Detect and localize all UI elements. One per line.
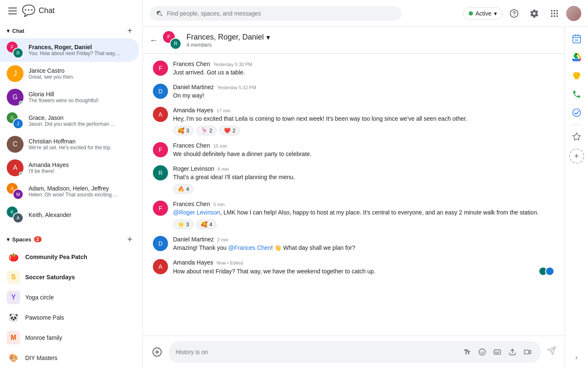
seen-avatars — [541, 267, 554, 276]
upload-button[interactable] — [506, 345, 519, 359]
chat-item-frances-roger-daniel[interactable]: F R Frances, Roger, Daniel You: How abou… — [0, 38, 139, 62]
reaction-btn[interactable]: ⭐ 3 — [173, 220, 194, 229]
reaction-btn[interactable]: ❤️ 2 — [219, 126, 240, 135]
message-header: Roger Levinson 8 min — [173, 165, 554, 172]
star-button[interactable] — [568, 128, 585, 145]
spaces-section-toggle[interactable]: ▾ Spaces 2 — [7, 236, 42, 243]
reaction-btn[interactable]: 🥰 3 — [173, 126, 194, 135]
last-message-row: How about next Friday? That way, we have… — [173, 267, 554, 276]
online-indicator — [19, 101, 23, 105]
message-time: 17 min — [217, 108, 231, 113]
chat-header-name[interactable]: Frances, Roger, Daniel ▾ — [186, 33, 558, 42]
search-bar[interactable] — [150, 6, 402, 21]
add-app-button[interactable]: + — [569, 148, 584, 164]
message-text: We should definitely have a dinner party… — [173, 150, 554, 159]
message-time: Yesterday 5:30 PM — [213, 62, 252, 67]
space-item-monroe-family[interactable]: M Monroe family — [0, 328, 139, 348]
avatar-madison: M — [13, 189, 24, 200]
svg-rect-7 — [556, 13, 558, 14]
chat-item-grace-jason[interactable]: G J Grace, Jason Jason: Did you watch th… — [0, 109, 139, 132]
status-button[interactable]: Active ▾ — [463, 7, 502, 20]
chat-item-keith-alexander[interactable]: K A Keith, Alexander — [0, 203, 139, 227]
chat-item-gloria-hill[interactable]: G Gloria Hill The flowers were so though… — [0, 85, 139, 109]
message-time: 8 min — [218, 167, 229, 172]
chat-info: Christian Hoffman We're all set. He's ex… — [29, 138, 132, 151]
chat-preview: You: How about next Friday? That way,... — [29, 50, 132, 56]
chat-item-amanda-hayes[interactable]: A Amanda Hayes I'll be there! — [0, 156, 139, 180]
calendar-app-icon[interactable]: 31 — [568, 30, 585, 47]
svg-rect-20 — [575, 34, 576, 36]
avatar-jason: J — [13, 118, 24, 129]
user-avatar[interactable] — [566, 6, 581, 21]
gif-icon: GIF — [494, 348, 501, 356]
message-input[interactable] — [176, 349, 457, 355]
right-sidebar-chevron[interactable]: › — [572, 350, 581, 365]
star-icon — [572, 132, 581, 141]
hamburger-menu[interactable] — [7, 6, 18, 16]
right-sidebar: 31 — [564, 27, 588, 368]
chat-add-button[interactable]: + — [124, 25, 136, 37]
search-input[interactable] — [167, 10, 395, 17]
gif-button[interactable]: GIF — [491, 345, 504, 359]
message-body: Amanda Hayes Now • Edited How about next… — [173, 259, 554, 276]
tasks-icon — [572, 108, 581, 117]
chat-section-chevron: ▾ — [7, 28, 10, 34]
space-item-pawsome-pals[interactable]: 🐼 Pawsome Pals — [0, 307, 139, 328]
video-button[interactable] — [521, 345, 534, 359]
drive-app-icon[interactable] — [568, 49, 585, 66]
space-item-yoga-circle[interactable]: Y Yoga circle — [0, 287, 139, 307]
chat-item-adam-madison-helen-jeffrey[interactable]: A M Adam, Madison, Helen, Jeffrey Helen:… — [0, 180, 139, 203]
chat-section-toggle[interactable]: ▾ Chat — [7, 28, 24, 34]
message-header: Frances Chen 5 min — [173, 201, 554, 207]
settings-button[interactable] — [526, 5, 543, 22]
reaction-btn[interactable]: 🦩 2 — [196, 126, 217, 135]
apps-button[interactable] — [546, 5, 563, 22]
spaces-add-button[interactable]: + — [124, 233, 136, 245]
chat-name: Christian Hoffman — [29, 138, 132, 145]
send-button[interactable] — [545, 344, 558, 360]
upload-icon — [509, 348, 516, 356]
phone-app-icon[interactable] — [568, 86, 585, 103]
space-item-diy-masters[interactable]: 🎨 DIY Masters — [0, 348, 139, 368]
add-content-button[interactable] — [150, 344, 165, 360]
space-icon-soccer-saturdays: S — [7, 270, 20, 284]
chat-preview: I'll be there! — [29, 168, 132, 174]
calendar-icon: 31 — [572, 34, 582, 44]
space-icon-community-pea-patch: 🍅 — [7, 250, 20, 264]
help-button[interactable] — [506, 5, 522, 22]
chat-item-christian-hoffman[interactable]: C Christian Hoffman We're all set. He's … — [0, 132, 139, 156]
keep-icon — [572, 71, 581, 80]
spaces-section-chevron: ▾ — [7, 236, 10, 243]
reaction-btn[interactable]: 🥰 4 — [196, 220, 217, 229]
message-sender: Frances Chen — [173, 61, 210, 67]
space-name: Pawsome Pals — [25, 314, 64, 321]
space-item-community-pea-patch[interactable]: 🍅 Community Pea Patch — [0, 247, 139, 267]
emoji-icon — [478, 348, 486, 356]
space-item-soccer-saturdays[interactable]: S Soccer Saturdays — [0, 267, 139, 287]
reactions: 🔥 4 — [173, 184, 554, 194]
tasks-app-icon[interactable] — [568, 104, 585, 121]
avatar-christian: C — [7, 136, 24, 153]
message-sender: Roger Levinson — [173, 165, 214, 172]
chat-info: Amanda Hayes I'll be there! — [29, 161, 132, 174]
message-input-box[interactable]: GIF — [169, 341, 541, 363]
settings-icon — [530, 9, 539, 18]
chat-avatar-group: F R — [7, 42, 24, 58]
add-icon — [152, 347, 162, 357]
message-m1: F Frances Chen Yesterday 5:30 PM Just ar… — [153, 61, 554, 77]
keep-app-icon[interactable] — [568, 67, 585, 84]
chat-preview: Great, see you then. — [29, 74, 132, 80]
message-body: Daniel Martinez 2 min Amazing! Thank you… — [173, 236, 554, 252]
space-icon-pawsome-pals: 🐼 — [7, 311, 20, 324]
reaction-btn[interactable]: 🔥 4 — [173, 184, 194, 194]
message-text: @Roger Levinson, LMK how I can help! Als… — [173, 208, 554, 217]
emoji-button[interactable] — [475, 345, 489, 359]
space-icon-yoga-circle: Y — [7, 291, 20, 304]
back-button[interactable]: ← — [150, 35, 158, 45]
chat-item-janice-castro[interactable]: J Janice Castro Great, see you then. — [0, 62, 139, 85]
format-text-button[interactable] — [460, 345, 474, 359]
chat-header-avatar: F R — [163, 31, 181, 50]
send-icon — [547, 346, 556, 355]
chat-section-label: Chat — [12, 28, 24, 34]
svg-point-12 — [479, 349, 486, 355]
